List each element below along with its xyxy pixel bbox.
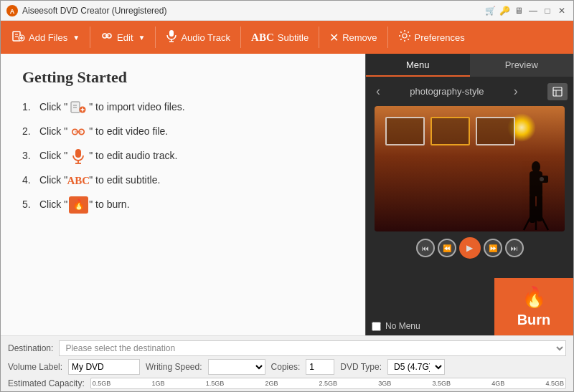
thumb-2	[430, 117, 470, 145]
dvd-type-select[interactable]: D5 (4.7G)	[387, 359, 445, 375]
destination-row: Destination: Please select the destinati…	[8, 340, 566, 356]
svg-text:A: A	[10, 8, 15, 15]
maximize-button[interactable]: □	[542, 5, 553, 16]
cap-4.5: 4.5GB	[545, 380, 564, 387]
step-2: 2. Click " " to edit video file.	[22, 124, 344, 140]
svg-rect-11	[169, 30, 174, 37]
destination-select[interactable]: Please select the destination	[59, 340, 566, 356]
prev-style-button[interactable]: ‹	[372, 82, 385, 100]
preview-area	[375, 106, 565, 231]
cap-3: 3GB	[378, 380, 391, 387]
burn-section[interactable]: 🔥 Burn	[494, 278, 573, 335]
minimize-button[interactable]: —	[527, 5, 539, 16]
style-name: photography-style	[410, 86, 484, 97]
volume-row: Volume Label: My DVD Writing Speed: Copi…	[8, 359, 566, 375]
cap-2.5: 2.5GB	[319, 380, 338, 387]
thumb-1	[385, 117, 425, 145]
remove-button[interactable]: ✕ Remove	[322, 24, 384, 50]
step-2-post: " to edit video file.	[89, 125, 168, 139]
step-1-num: 1.	[22, 100, 37, 115]
svg-rect-31	[530, 171, 542, 196]
no-menu-label[interactable]: No Menu	[385, 321, 420, 331]
writing-speed-select[interactable]	[208, 359, 265, 375]
volume-input[interactable]: My DVD	[68, 359, 140, 375]
cap-2: 2GB	[265, 380, 278, 387]
step-3-pre: Click "	[39, 149, 67, 163]
add-files-button[interactable]: Add Files ▼	[5, 24, 87, 50]
remove-icon: ✕	[329, 31, 339, 44]
svg-point-30	[532, 161, 540, 173]
bottom-bar: Destination: Please select the destinati…	[1, 335, 573, 392]
preferences-button[interactable]: Preferences	[391, 24, 472, 50]
step-4-post: " to edit subtitle.	[89, 173, 160, 188]
step-3-post: " to edit audio track.	[89, 149, 177, 163]
fast-forward-button[interactable]: ⏩	[484, 239, 502, 257]
separator-5	[387, 27, 388, 48]
burn-label: Burn	[517, 312, 551, 328]
gear-icon	[398, 29, 411, 45]
skip-back-button[interactable]: ⏮	[416, 239, 435, 257]
style-edit-button[interactable]	[547, 83, 568, 100]
tab-preview[interactable]: Preview	[470, 54, 574, 77]
main-content: Getting Started 1. Click " " to import v…	[1, 54, 573, 335]
subtitle-button[interactable]: ABC Subtitle	[244, 24, 316, 50]
close-button[interactable]: ✕	[556, 5, 568, 16]
step-4: 4. Click " ABC " to edit subtitle.	[22, 173, 344, 188]
separator-2	[155, 27, 156, 48]
capacity-label: Estimated Capacity:	[8, 378, 85, 388]
dvd-type-label: DVD Type:	[340, 362, 382, 372]
separator-1	[90, 27, 90, 48]
remove-label: Remove	[342, 32, 377, 43]
capacity-row: Estimated Capacity: 0.5GB 1GB 1.5GB 2GB …	[8, 378, 566, 389]
step-2-icon	[70, 124, 86, 140]
burn-flame-icon: 🔥	[522, 285, 547, 309]
audio-track-button[interactable]: Audio Track	[159, 24, 237, 50]
step-4-icon: ABC	[70, 173, 86, 188]
monitor-button[interactable]: 🖥	[513, 5, 524, 16]
cap-1: 1GB	[151, 380, 164, 387]
abc-subtitle-icon: ABC	[251, 32, 274, 44]
step-3: 3. Click " " to edit audio track.	[22, 148, 344, 164]
step-2-pre: Click "	[39, 125, 67, 139]
separator-4	[319, 27, 319, 48]
skip-forward-button[interactable]: ⏭	[505, 239, 524, 257]
preview-background	[375, 106, 565, 231]
step-4-num: 4.	[22, 173, 37, 188]
tab-menu[interactable]: Menu	[366, 54, 470, 77]
next-style-button[interactable]: ›	[509, 82, 522, 100]
app-logo: A	[6, 5, 18, 16]
step-1-icon	[70, 100, 86, 115]
step-5-post: " to burn.	[89, 198, 129, 212]
edit-icon	[100, 29, 113, 45]
capacity-labels: 0.5GB 1GB 1.5GB 2GB 2.5GB 3GB 3.5GB 4GB …	[91, 378, 565, 388]
step-4-pre: Click "	[39, 173, 67, 188]
step-1: 1. Click " " to import video files.	[22, 100, 344, 115]
step-1-pre: Click "	[39, 100, 67, 115]
key-button[interactable]: 🔑	[499, 5, 510, 16]
cart-button[interactable]: 🛒	[484, 5, 496, 16]
step-3-icon	[70, 148, 86, 164]
edit-button[interactable]: Edit ▼	[93, 24, 152, 50]
window-controls: 🛒 🔑 🖥 — □ ✕	[484, 5, 568, 16]
rewind-button[interactable]: ⏪	[438, 239, 456, 257]
page-title: Getting Started	[22, 68, 344, 87]
cap-4: 4GB	[491, 380, 504, 387]
edit-label: Edit	[117, 32, 133, 43]
capacity-bar: 0.5GB 1GB 1.5GB 2GB 2.5GB 3GB 3.5GB 4GB …	[90, 378, 566, 389]
play-button[interactable]: ▶	[459, 237, 481, 259]
thumbnail-row	[385, 117, 515, 145]
cap-1.5: 1.5GB	[206, 380, 225, 387]
destination-label: Destination:	[8, 343, 53, 353]
add-files-label: Add Files	[29, 32, 67, 43]
no-menu-checkbox[interactable]	[372, 322, 381, 331]
svg-rect-24	[75, 149, 81, 158]
step-2-num: 2.	[22, 125, 37, 139]
style-nav: ‹ photography-style ›	[372, 82, 568, 100]
microphone-icon	[166, 29, 177, 45]
step-5-pre: Click "	[39, 198, 67, 212]
separator-3	[240, 27, 241, 48]
tab-bar: Menu Preview	[366, 54, 573, 77]
toolbar: Add Files ▼ Edit ▼ Audio Track ABC Sub	[1, 21, 573, 54]
getting-started-panel: Getting Started 1. Click " " to import v…	[1, 54, 365, 335]
copies-input[interactable]	[306, 359, 334, 375]
